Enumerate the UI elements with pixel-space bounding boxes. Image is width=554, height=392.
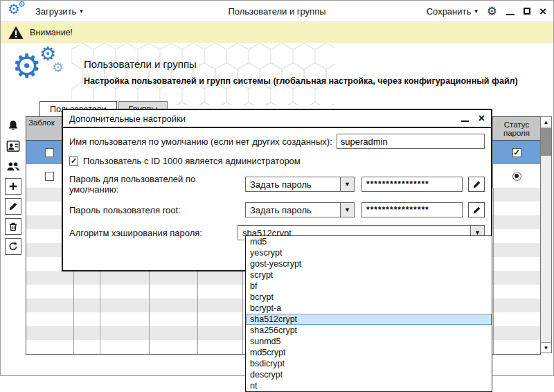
dialog-title: Дополнительные настройки <box>69 114 461 124</box>
advanced-settings-dialog: Дополнительные настройки × Имя пользоват… <box>62 109 492 271</box>
hash-option[interactable]: bf <box>246 280 492 292</box>
default-username-label: Имя пользователя по умолчанию (если нет … <box>69 136 332 147</box>
save-menu-button[interactable]: Сохранить ▾ <box>427 6 478 17</box>
add-user-button[interactable] <box>5 178 21 195</box>
close-button[interactable]: × <box>539 6 546 17</box>
hash-option[interactable]: gost-yescrypt <box>246 258 492 269</box>
table-toolbar <box>4 118 22 255</box>
dialog-titlebar: Дополнительные настройки × <box>63 110 491 128</box>
scroll-up-icon[interactable]: ▲ <box>541 117 551 127</box>
root-password-field[interactable]: **************** <box>361 202 463 217</box>
dropdown-arrow-icon[interactable]: ▼ <box>341 202 355 217</box>
edit-user-button[interactable] <box>5 198 21 215</box>
minimize-button[interactable] <box>506 14 515 15</box>
chevron-down-icon: ▾ <box>474 8 478 15</box>
hash-option[interactable]: nt <box>246 380 492 391</box>
admin-id-1000-checkbox[interactable] <box>69 157 78 166</box>
root-password-label: Пароль пользователя root: <box>69 205 245 215</box>
trash-icon <box>8 222 18 231</box>
window-title: Пользователи и группы <box>228 6 325 17</box>
app-logo-gears-icon: ⚙ ⚙ <box>8 3 28 19</box>
chevron-down-icon: ▾ <box>80 8 83 15</box>
warning-banner: Внимание! <box>1 22 553 43</box>
root-password-mode-value[interactable]: Задать пароль <box>245 202 341 217</box>
pencil-icon <box>472 180 481 189</box>
load-menu-button[interactable]: Загрузить ▾ <box>35 6 83 17</box>
root-password-edit-button[interactable] <box>468 202 485 217</box>
refresh-icon <box>8 242 18 251</box>
pencil-icon <box>8 202 18 211</box>
scrollbar-thumb[interactable] <box>541 128 551 156</box>
page-subtitle: Настройка пользователей и групп системы … <box>84 76 541 86</box>
root-password-mode-select[interactable]: Задать пароль ▼ <box>245 202 355 217</box>
hash-option[interactable]: bsdicrypt <box>246 358 492 369</box>
notifications-bell-icon[interactable] <box>5 118 21 134</box>
page-header: ⚙ ⚙ ⚙ Пользователи и группы Настройка по… <box>1 43 553 101</box>
users-group-icon[interactable] <box>5 158 21 175</box>
hash-option[interactable]: md5 <box>246 236 492 247</box>
hash-option[interactable]: md5crypt <box>246 347 492 358</box>
hash-option[interactable]: sha256crypt <box>246 325 492 336</box>
vertical-scrollbar[interactable]: ▲ ▼ <box>540 116 552 353</box>
dropdown-arrow-icon[interactable]: ▼ <box>341 177 355 192</box>
hash-option[interactable]: sunmd5 <box>246 336 492 347</box>
dialog-minimize-button[interactable] <box>461 121 469 122</box>
default-password-edit-button[interactable] <box>468 177 485 192</box>
hash-algorithm-dropdown-list: md5 yescrypt gost-yescrypt scrypt bf bcr… <box>245 235 492 392</box>
settings-gear-icon[interactable]: ⚙ <box>487 6 497 17</box>
load-menu-label: Загрузить <box>35 6 76 17</box>
default-password-mode-value[interactable]: Задать пароль <box>245 177 341 192</box>
blocked-checkbox[interactable] <box>45 172 54 181</box>
hash-algorithm-label: Алгоритм хэширования пароля: <box>69 228 238 238</box>
titlebar: ⚙ ⚙ Загрузить ▾ Пользователи и группы Со… <box>1 1 553 22</box>
hash-option[interactable]: scrypt <box>246 269 492 280</box>
column-header-password-status: Статус пароля <box>493 117 540 140</box>
default-username-input[interactable] <box>337 134 485 149</box>
pencil-icon <box>472 206 481 215</box>
password-status-checkbox[interactable] <box>512 148 521 157</box>
default-password-field[interactable]: **************** <box>361 177 463 192</box>
default-password-mode-select[interactable]: Задать пароль ▼ <box>245 177 355 192</box>
maximize-button[interactable] <box>524 8 530 15</box>
hash-option[interactable]: bcrypt-a <box>246 303 492 314</box>
password-status-radio[interactable] <box>512 172 521 181</box>
users-groups-logo-icon: ⚙ ⚙ ⚙ <box>12 48 78 96</box>
user-card-icon[interactable] <box>5 138 21 154</box>
warning-text: Внимание! <box>30 28 73 37</box>
save-menu-label: Сохранить <box>427 6 472 17</box>
refresh-button[interactable] <box>5 238 21 255</box>
plus-icon <box>8 181 18 191</box>
hash-option[interactable]: yescrypt <box>246 247 492 258</box>
dialog-close-button[interactable]: × <box>479 113 485 124</box>
app-window: ⚙ ⚙ Загрузить ▾ Пользователи и группы Со… <box>0 0 554 376</box>
hash-option[interactable]: bcrypt <box>246 292 492 303</box>
default-password-label: Пароль для пользователей по умолчанию: <box>69 174 245 195</box>
hash-option[interactable]: descrypt <box>246 369 492 380</box>
warning-triangle-icon <box>8 26 24 39</box>
blocked-checkbox[interactable] <box>45 148 54 157</box>
hash-option-selected[interactable]: sha512crypt <box>246 314 492 325</box>
page-title: Пользователи и группы <box>84 58 197 70</box>
admin-id-1000-label: Пользователь с ID 1000 является админист… <box>83 156 301 166</box>
scroll-down-icon[interactable]: ▼ <box>541 342 551 353</box>
delete-user-button[interactable] <box>5 218 21 235</box>
